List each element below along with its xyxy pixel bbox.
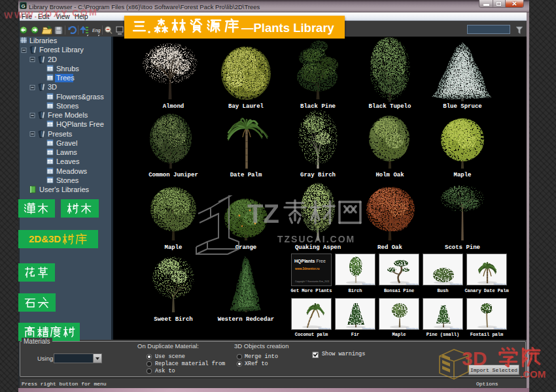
svg-text:3dmentor.ru: 3dmentor.ru [493,283,506,286]
svg-text:TZSUCAI.COM: TZSUCAI.COM [277,234,355,244]
svg-text:3dmentor.ru: 3dmentor.ru [362,283,374,286]
svg-text:3dmentor.ru: 3dmentor.ru [318,327,330,330]
svg-text:3dmentor.ru: 3dmentor.ru [449,327,462,330]
svg-text:3dmentor.ru: 3dmentor.ru [449,283,462,286]
svg-text:TZ: TZ [247,199,279,228]
svg-text:Eng: Eng [92,28,101,33]
svg-text:2D&3D: 2D&3D [29,233,61,244]
svg-text:3dmentor.ru: 3dmentor.ru [406,327,418,330]
svg-text:3dmentor.ru: 3dmentor.ru [362,327,374,330]
svg-text:.COM: .COM [520,368,546,380]
svg-text:3dmentor.ru: 3dmentor.ru [406,283,418,286]
svg-text:—Plants Library: —Plants Library [241,21,335,35]
svg-text:3dmentor.ru: 3dmentor.ru [493,327,506,330]
svg-text:3D: 3D [462,348,487,369]
